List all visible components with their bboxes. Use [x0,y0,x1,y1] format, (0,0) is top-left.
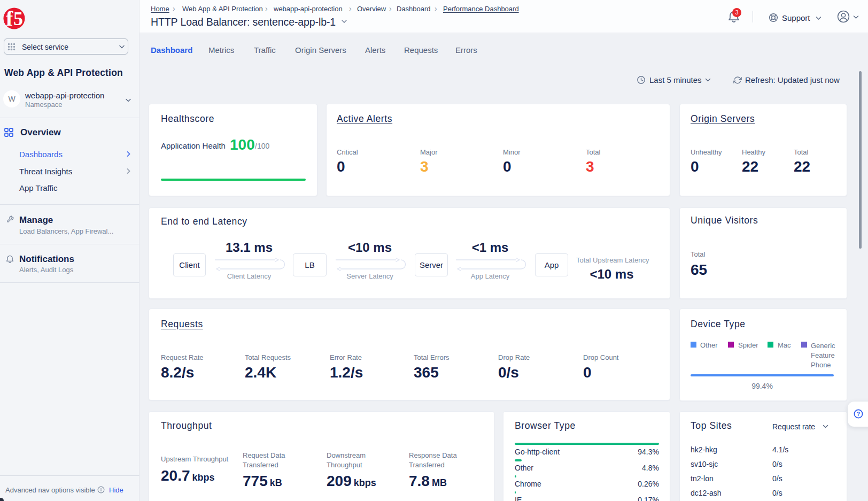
svg-text:f: f [6,7,13,29]
svg-text:?: ? [857,411,860,417]
svg-text:5: 5 [13,8,23,29]
